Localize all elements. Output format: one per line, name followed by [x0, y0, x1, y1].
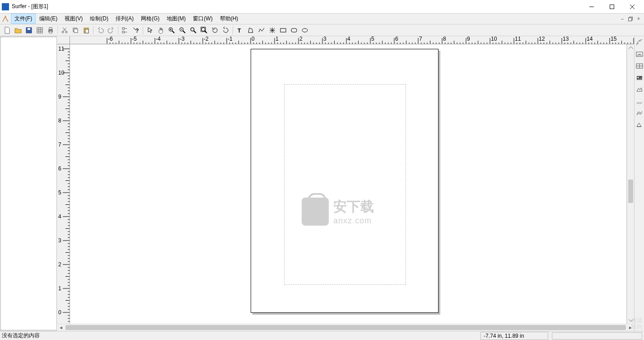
object-manager-icon[interactable]	[120, 25, 130, 35]
svg-text:11: 11	[58, 46, 65, 52]
svg-text:3: 3	[58, 237, 61, 244]
paste-icon[interactable]	[81, 25, 91, 35]
svg-text:14: 14	[587, 36, 593, 42]
scroll-up-icon[interactable]	[627, 44, 634, 52]
svg-line-37	[194, 31, 196, 33]
vector-map-icon[interactable]	[635, 97, 644, 106]
object-manager-panel[interactable]	[0, 36, 57, 331]
menu-绘制[interactable]: 绘制(D)	[86, 14, 112, 24]
text-icon[interactable]: T	[235, 25, 245, 35]
scroll-down-icon[interactable]	[627, 316, 634, 324]
status-pane	[552, 332, 642, 340]
svg-text:2: 2	[58, 261, 61, 268]
rotate-icon[interactable]	[210, 25, 220, 35]
svg-line-30	[172, 31, 174, 33]
rounded-rect-icon[interactable]	[289, 25, 299, 35]
svg-text:4: 4	[58, 213, 61, 220]
minimize-button[interactable]	[581, 0, 602, 13]
symbol-icon[interactable]	[267, 25, 277, 35]
menu-文件[interactable]: 文件(F)	[11, 14, 36, 24]
svg-point-39	[201, 28, 205, 31]
redo-icon[interactable]	[106, 25, 116, 35]
contour-map-icon[interactable]	[635, 50, 644, 59]
svg-rect-15	[49, 31, 52, 33]
svg-text:10: 10	[58, 70, 65, 76]
menu-网格[interactable]: 网格(G)	[137, 14, 163, 24]
shaded-relief-icon[interactable]	[635, 85, 644, 94]
variogram-icon[interactable]	[635, 38, 644, 47]
watermark: 安下载 anxz.com	[302, 198, 374, 226]
title-bar: Surfer - [图形1]	[0, 0, 644, 14]
maximize-button[interactable]	[602, 0, 622, 13]
drawing-canvas[interactable]: 安下载 anxz.com	[70, 44, 627, 324]
svg-text:-6: -6	[108, 36, 113, 42]
redraw-icon[interactable]	[221, 25, 231, 35]
vertical-scrollbar[interactable]	[627, 44, 634, 324]
zoom-in-icon[interactable]	[167, 25, 177, 35]
cut-icon[interactable]	[60, 25, 70, 35]
svg-rect-21	[74, 29, 78, 33]
svg-text:5: 5	[58, 189, 61, 196]
mdi-restore-button[interactable]	[627, 15, 634, 23]
open-icon[interactable]	[13, 25, 23, 35]
zoom-fit-icon[interactable]	[199, 25, 209, 35]
svg-point-375	[639, 41, 640, 42]
menu-排列[interactable]: 排列(A)	[112, 14, 137, 24]
horizontal-scrollbar[interactable]: ◄ ►	[57, 324, 634, 331]
svg-text:9: 9	[467, 36, 470, 42]
undo-icon[interactable]	[95, 25, 105, 35]
menu-帮助[interactable]: 帮助(H)	[216, 14, 242, 24]
wireframe-icon[interactable]	[635, 109, 644, 118]
menu-地图[interactable]: 地图(M)	[163, 14, 189, 24]
page: 安下载 anxz.com	[251, 49, 439, 313]
status-message: 没有选定的内容	[2, 332, 481, 340]
page-margin: 安下载 anxz.com	[284, 84, 406, 285]
surface-icon[interactable]	[635, 120, 644, 129]
menu-窗口[interactable]: 窗口(W)	[189, 14, 216, 24]
grid-data-icon[interactable]	[35, 25, 45, 35]
ellipse-icon[interactable]	[300, 25, 310, 35]
scroll-right-icon[interactable]: ►	[627, 324, 634, 331]
menu-视图[interactable]: 视图(V)	[61, 14, 86, 24]
svg-point-381	[637, 77, 639, 78]
svg-point-16	[62, 31, 64, 33]
status-coordinates: -7.74 in, 11.89 in	[481, 332, 548, 340]
svg-text:12: 12	[539, 36, 545, 42]
polygon-icon[interactable]	[246, 25, 256, 35]
image-map-icon[interactable]	[635, 73, 644, 82]
zoom-out-icon[interactable]	[177, 25, 187, 35]
window-title: Surfer - [图形1]	[12, 3, 581, 10]
base-map-icon[interactable]	[635, 61, 644, 71]
svg-text:15: 15	[611, 36, 617, 42]
rectangle-icon[interactable]	[278, 25, 288, 35]
svg-line-34	[183, 31, 185, 33]
close-button[interactable]	[622, 0, 642, 13]
pointer-icon[interactable]	[145, 25, 155, 35]
svg-text:2: 2	[299, 36, 303, 42]
svg-rect-38	[191, 28, 194, 31]
hand-icon[interactable]	[156, 25, 166, 35]
context-help-icon[interactable]: ?	[131, 25, 141, 35]
svg-rect-14	[49, 28, 52, 29]
zoom-rect-icon[interactable]	[188, 25, 198, 35]
svg-rect-24	[122, 28, 124, 29]
svg-rect-47	[280, 28, 286, 32]
svg-text:5: 5	[371, 36, 374, 42]
svg-line-384	[640, 102, 642, 104]
svg-text:7: 7	[58, 142, 61, 148]
copy-icon[interactable]	[70, 25, 80, 35]
svg-rect-5	[629, 18, 632, 21]
save-icon[interactable]	[24, 25, 34, 35]
scroll-left-icon[interactable]: ◄	[57, 324, 65, 331]
print-icon[interactable]	[46, 25, 56, 35]
svg-text:3: 3	[323, 36, 327, 42]
svg-rect-48	[291, 28, 297, 32]
scroll-thumb[interactable]	[628, 179, 633, 203]
svg-line-383	[639, 102, 640, 104]
mdi-close-button[interactable]: ×	[635, 15, 642, 23]
new-file-icon[interactable]	[2, 25, 12, 35]
mdi-minimize-button[interactable]: –	[619, 15, 626, 23]
menu-编辑[interactable]: 编辑(E)	[36, 14, 61, 24]
polyline-icon[interactable]	[257, 25, 266, 35]
scroll-thumb[interactable]	[65, 325, 626, 330]
